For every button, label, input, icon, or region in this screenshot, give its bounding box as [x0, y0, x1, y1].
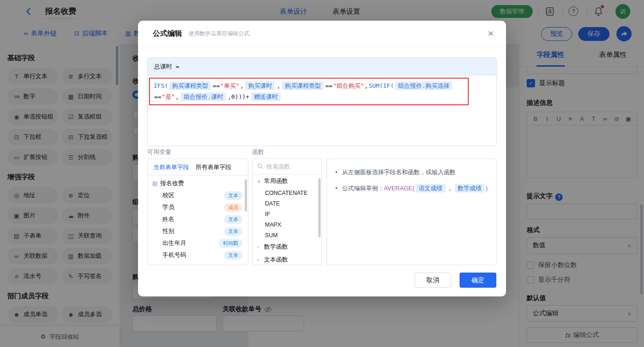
variables-label: 可用变量: [147, 148, 171, 156]
field-chip: 组合报价.购买选择: [395, 81, 452, 90]
functions-label: 函数: [252, 148, 264, 156]
operator: ,: [240, 82, 244, 89]
function-item[interactable]: SUM: [253, 230, 322, 240]
tab-all-form-fields[interactable]: 所有表单字段: [196, 163, 231, 171]
chevron-right-icon: ›: [257, 257, 261, 262]
variable-name: 学员: [162, 203, 174, 211]
operator: ,0)))+: [228, 93, 249, 100]
formula-result-bar: 总课时 =: [148, 58, 496, 75]
confirm-button[interactable]: 确定: [460, 273, 496, 288]
modal-title: 公式编辑: [153, 29, 182, 39]
field-chip: 数学成绩: [455, 184, 484, 193]
functions-scrollbar[interactable]: [318, 178, 321, 237]
function-item[interactable]: IF: [253, 209, 322, 219]
operator: ==: [154, 93, 161, 100]
document-icon: ▤: [152, 180, 157, 187]
field-chip: 组合报价.课时: [181, 92, 226, 101]
operator: ==: [325, 82, 333, 89]
variable-row[interactable]: 性别文本: [148, 225, 248, 237]
function-name: ): [486, 185, 488, 192]
form-tree-root[interactable]: ▤ 报名收费: [148, 176, 248, 189]
help-example: • 公式编辑举例：AVERAGE(语文成绩，数学成绩): [335, 183, 488, 193]
string-literal: "是": [162, 93, 175, 100]
field-chip: 购买课程类型: [169, 81, 211, 90]
function-name: SUM(: [368, 82, 383, 89]
operator: ,: [365, 82, 368, 89]
help-tip: • 从左侧面板选择字段名和函数，或输入函数: [335, 167, 488, 177]
variable-name: 出生年月: [162, 239, 186, 247]
modal-subtitle: 使用数学运算符编辑公式: [189, 30, 249, 38]
operator: ,: [175, 93, 179, 100]
function-group-collapsed[interactable]: ›文本函数: [253, 253, 322, 265]
function-name: IF(: [383, 82, 394, 89]
function-group-label: 文本函数: [264, 256, 288, 264]
variable-type-badge: 时间戳: [219, 239, 242, 248]
variable-type-badge: 成员: [224, 203, 242, 212]
cancel-button[interactable]: 取消: [414, 273, 451, 288]
operator: ,: [276, 82, 280, 89]
modal-header: 公式编辑 使用数学运算符编辑公式 ✕: [138, 21, 506, 47]
tab-current-form-fields[interactable]: 当前表单字段: [153, 163, 189, 171]
function-search[interactable]: [253, 159, 322, 175]
formula-editor-modal: 公式编辑 使用数学运算符编辑公式 ✕ 总课时 = IFS(购买课程类型=="单买…: [138, 21, 506, 296]
variable-name: 校区: [162, 191, 174, 199]
variable-name: 姓名: [162, 215, 174, 223]
field-chip: 语文成绩: [416, 184, 445, 193]
operator: ，: [447, 185, 453, 192]
variable-row[interactable]: 校区文本: [148, 189, 248, 201]
function-search-input[interactable]: [266, 163, 312, 170]
search-icon: [257, 163, 263, 171]
operator: ==: [213, 82, 220, 89]
help-example-text: 公式编辑举例：AVERAGE(语文成绩，数学成绩): [342, 183, 488, 193]
bullet-icon: •: [335, 183, 338, 193]
field-chip: 购买课程类型: [282, 81, 323, 90]
string-literal: "组合购买": [333, 82, 364, 89]
function-item[interactable]: CONCATENATE: [253, 188, 322, 198]
function-group-label: 常用函数: [264, 177, 288, 185]
help-tip-text: 从左侧面板选择字段名和函数，或输入函数: [342, 167, 456, 177]
field-chip: 赠送课时: [251, 92, 281, 101]
close-icon[interactable]: ✕: [488, 29, 494, 39]
variable-type-badge: 文本: [224, 251, 242, 260]
formula-editor: 总课时 = IFS(购买课程类型=="单买",购买课时,购买课程类型=="组合购…: [147, 57, 497, 146]
variable-type-badge: 文本: [224, 227, 242, 236]
variable-type-badge: 文本: [224, 191, 242, 200]
formula-help-panel: • 从左侧面板选择字段名和函数，或输入函数 • 公式编辑举例：AVERAGE(语…: [327, 159, 497, 265]
variable-type-badge: 文本: [224, 215, 242, 224]
variable-name: 手机号码: [162, 251, 186, 259]
variables-panel: 当前表单字段所有表单字段 ▤ 报名收费 校区文本学员成员姓名文本性别文本出生年月…: [147, 159, 248, 265]
chevron-down-icon: ∨: [257, 179, 261, 184]
function-item[interactable]: MAPX: [253, 219, 322, 230]
bullet-icon: •: [335, 167, 338, 177]
variable-row[interactable]: 学员成员: [148, 201, 248, 213]
function-group-label: 数学函数: [264, 243, 288, 251]
functions-panel: ∨常用函数CONCATENATEDATEIFMAPXSUM›数学函数›文本函数: [252, 159, 322, 265]
function-group-collapsed[interactable]: ›数学函数: [253, 240, 322, 253]
string-literal: "单买": [220, 82, 240, 89]
variable-row[interactable]: 姓名文本: [148, 213, 248, 225]
field-chip: 购买课时: [245, 81, 275, 90]
function-item[interactable]: DATE: [253, 198, 322, 209]
variable-row[interactable]: 手机号码文本: [148, 249, 248, 261]
chevron-right-icon: ›: [257, 245, 261, 250]
variables-scrollbar[interactable]: [245, 179, 247, 211]
formula-input-area[interactable]: IFS(购买课程类型=="单买",购买课时,购买课程类型=="组合购买",SUM…: [148, 75, 496, 146]
form-tree-root-label: 报名收费: [160, 179, 184, 188]
function-group-expanded[interactable]: ∨常用函数: [253, 175, 322, 188]
formula-highlight-box: IFS(购买课程类型=="单买",购买课时,购买课程类型=="组合购买",SUM…: [149, 78, 469, 105]
variable-name: 性别: [162, 227, 174, 235]
function-name: IFS(: [154, 82, 168, 89]
variables-tabs: 当前表单字段所有表单字段: [148, 159, 248, 176]
variable-row[interactable]: 出生年月时间戳: [148, 237, 248, 249]
function-name: AVERAGE(: [384, 185, 414, 192]
